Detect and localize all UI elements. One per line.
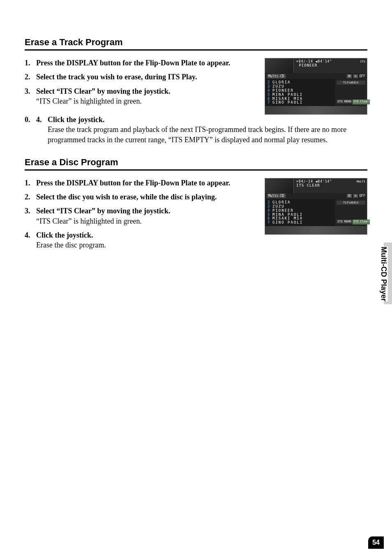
screenshot-tracklist: 2GLORIA 3ZUZU 4PIONEER 5MINA PAOLI 6MISA… (265, 79, 335, 106)
off-label: OFF (360, 194, 365, 198)
step-title: Select “ITS Clear” by moving the joystic… (36, 207, 170, 215)
screenshot-buttons: TitleEdit ITS MEMO ITS Clear (335, 79, 367, 106)
screenshot-art (265, 58, 294, 73)
step-title: Press the DISPLAY button for the Flip-Do… (36, 59, 230, 67)
section2-screenshot: ➤04♪-14 ◀04'14" ITS CLEAR MULTI Multi-CD… (265, 178, 367, 235)
screenshot-mode-label: MULTI (357, 180, 365, 183)
track-index: 7 (267, 221, 272, 225)
track-name: GINO PAOLI (272, 221, 303, 225)
repeat-icon: ↻ (353, 194, 357, 198)
step-title: Press the DISPLAY button for the Flip-Do… (36, 179, 230, 187)
screenshot-body: 2GLORIA 3ZUZU 4PIONEER 5MINA PAOLI 6MISA… (265, 199, 367, 226)
section2-steps: Press the DISPLAY button for the Flip-Do… (25, 178, 256, 250)
track-name: GINO PAOLI (272, 101, 303, 105)
section1-row: Press the DISPLAY button for the Flip-Do… (25, 58, 367, 115)
its-memo-button: ITS MEMO (337, 99, 352, 104)
section1-text: Press the DISPLAY button for the Flip-Do… (25, 58, 256, 110)
screenshot-body: 2GLORIA 3ZUZU 4PIONEER 5MINA PAOLI 6MISA… (265, 79, 367, 106)
screenshot-footer (265, 226, 367, 234)
step-title: Click the joystick. (36, 231, 93, 239)
screenshot-source-label: Multi-CD (267, 74, 286, 79)
screenshot-footer (265, 106, 367, 114)
screenshot-buttons: TitleEdit ITS MEMO ITS Clear (335, 199, 367, 226)
section2-row: Press the DISPLAY button for the Flip-Do… (25, 178, 367, 254)
step-title: Select “ITS Clear” by moving the joystic… (36, 87, 170, 95)
step-desc: Erase the disc program. (36, 240, 256, 250)
screenshot-mode-label: ITS (360, 60, 365, 63)
step-desc: “ITS Clear” is highlighted in green. (36, 216, 256, 226)
off-label: OFF (360, 74, 365, 78)
section1-screenshot: ➤04♪-14 ◀04'14" PIONEER ITS Multi-CD ☰ ↻… (265, 58, 367, 115)
screenshot-art (265, 178, 294, 193)
page-number: 54 (368, 536, 384, 549)
screenshot-status-line1: ➤04♪-14 ◀04'14" (296, 180, 364, 183)
title-edit-button: TitleEdit (337, 81, 365, 85)
screenshot-header: ➤04♪-14 ◀04'14" PIONEER ITS (265, 58, 367, 73)
title-edit-button: TitleEdit (337, 201, 365, 205)
repeat-icon: ↻ (353, 74, 357, 78)
screenshot-bar: Multi-CD ☰ ↻ OFF (265, 193, 367, 199)
step-desc: “ITS Clear” is highlighted in green. (36, 96, 256, 106)
screenshot-bar: Multi-CD ☰ ↻ OFF (265, 73, 367, 79)
screenshot-status-line1: ➤04♪-14 ◀04'14" (296, 60, 364, 63)
section2-text: Press the DISPLAY button for the Flip-Do… (25, 178, 256, 254)
step-title: Select the track you wish to erase, duri… (36, 73, 197, 81)
its-memo-button: ITS MEMO (337, 220, 352, 224)
side-section-label: Multi-CD Player (379, 247, 388, 301)
page: Erase a Track Program Press the DISPLAY … (0, 0, 392, 557)
screenshot-status-line2: PIONEER (296, 63, 364, 67)
list-icon: ☰ (347, 74, 352, 78)
its-clear-button: ITS Clear (353, 99, 370, 104)
its-clear-button: ITS Clear (353, 220, 370, 224)
section1-steps-cont: 4. Click the joystick. Erase the track p… (25, 115, 367, 145)
step-title: Click the joystick. (48, 116, 105, 124)
screenshot-source-label: Multi-CD (267, 194, 286, 198)
track-index: 7 (267, 101, 272, 105)
step-desc: Erase the track program and playback of … (48, 125, 367, 145)
screenshot-tracklist: 2GLORIA 3ZUZU 4PIONEER 5MINA PAOLI 6MISA… (265, 199, 335, 226)
screenshot-status-line2: ITS CLEAR (296, 183, 364, 187)
list-icon: ☰ (347, 194, 352, 198)
section1-steps: Press the DISPLAY button for the Flip-Do… (25, 58, 256, 106)
section1-heading: Erase a Track Program (25, 37, 367, 51)
screenshot-header: ➤04♪-14 ◀04'14" ITS CLEAR MULTI (265, 178, 367, 193)
step-title: Select the disc you wish to erase, while… (36, 193, 217, 201)
section2-heading: Erase a Disc Program (25, 157, 367, 171)
